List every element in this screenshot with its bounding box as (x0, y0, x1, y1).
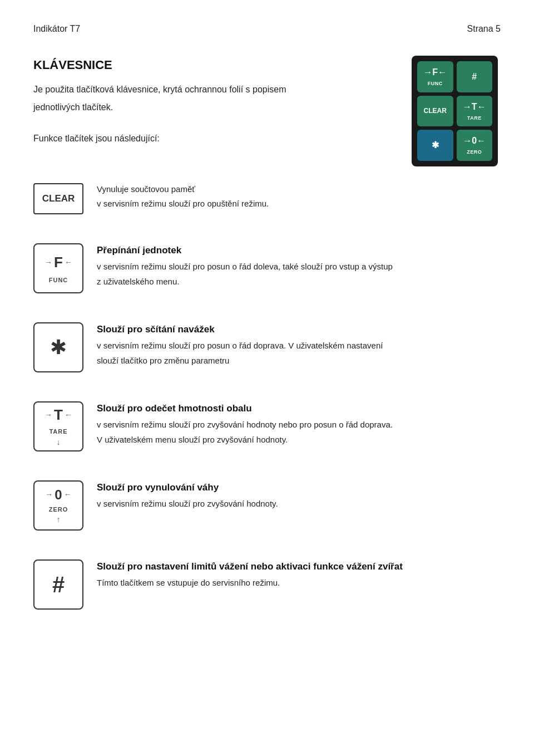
zero-number: 0 (55, 485, 62, 505)
page-header: Indikátor T7 Strana 5 (33, 22, 501, 36)
tare-letter: T (54, 404, 63, 426)
zero-arrow-bottom: ↑ (57, 514, 61, 526)
kb-hash-btn: # (457, 61, 493, 92)
func-arrow-left: → (44, 257, 52, 268)
kb-clear-symbol: CLEAR (424, 106, 447, 116)
tare-key-content: Slouží pro odečet hmotnosti obalu v serv… (97, 401, 501, 449)
hash-key-section: # Slouží pro nastavení limitů vážení neb… (33, 548, 501, 610)
star-symbol: ✱ (50, 332, 67, 362)
clear-desc2: v servisním režimu slouží pro opuštění r… (97, 198, 501, 210)
sub-intro: Funkce tlačítek jsou následující: (33, 132, 389, 145)
clear-key-icon: CLEAR (33, 183, 83, 214)
clear-key-content: Vynuluje součtovou paměť v servisním rež… (97, 183, 501, 213)
kb-star-symbol: ✱ (432, 139, 439, 152)
clear-key-label: CLEAR (42, 192, 75, 206)
section-title: KLÁVESNICE (33, 56, 389, 74)
intro-text-1: Je použita tlačítková klávesnice, krytá … (33, 83, 389, 96)
hash-symbol: # (52, 568, 65, 601)
zero-key-section: → 0 ← ZERO ↑ Slouží pro vynulování váhy … (33, 469, 501, 531)
kb-star-btn: ✱ (417, 130, 453, 161)
kb-func-label: FUNC (428, 80, 443, 88)
clear-key-section: CLEAR Vynuluje součtovou paměť v servisn… (33, 172, 501, 214)
func-letter: F (54, 252, 63, 273)
kb-func-symbol: →F← (423, 66, 447, 79)
tare-symbol-row: → T ← (44, 404, 72, 426)
kb-tare-label: TARE (467, 115, 482, 122)
zero-arrow-left: → (45, 489, 53, 500)
func-arrow-right: ← (65, 257, 72, 268)
kb-zero-btn: →0← ZERO (457, 130, 493, 161)
zero-key-content: Slouží pro vynulování váhy v servisním r… (97, 480, 501, 513)
func-desc1: v servisním režimu slouží pro posun o řá… (97, 261, 501, 273)
tare-heading: Slouží pro odečet hmotnosti obalu (97, 401, 501, 416)
star-desc2: slouží tlačítko pro změnu parametru (97, 355, 501, 367)
func-key-content: Přepínání jednotek v servisním režimu sl… (97, 243, 501, 291)
hash-key-content: Slouží pro nastavení limitů vážení nebo … (97, 559, 501, 592)
keyboard-image: →F← FUNC # CLEAR →T← TARE ✱ (412, 56, 501, 166)
hash-desc1: Tímto tlačítkem se vstupuje do servisníh… (97, 577, 501, 590)
tare-arrow-left: → (44, 409, 52, 421)
star-heading: Slouží pro sčítání navážek (97, 322, 501, 337)
keyboard-panel: →F← FUNC # CLEAR →T← TARE ✱ (412, 56, 498, 166)
page-number: Strana 5 (467, 22, 501, 36)
zero-label: ZERO (49, 505, 68, 514)
hash-heading: Slouží pro nastavení limitů vážení nebo … (97, 559, 501, 574)
func-label: FUNC (49, 276, 68, 285)
func-key-icon: → F ← FUNC (33, 243, 83, 293)
star-key-section: ✱ Slouží pro sčítání navážek v servisním… (33, 311, 501, 372)
kb-func-btn: →F← FUNC (417, 61, 453, 92)
star-desc1: v servisním režimu slouží pro posun o řá… (97, 340, 501, 352)
tare-label: TARE (49, 427, 67, 436)
zero-symbol-row: → 0 ← (45, 485, 71, 505)
tare-desc1: v servisním režimu slouží pro zvyšování … (97, 419, 501, 431)
kb-hash-symbol: # (472, 70, 477, 84)
zero-heading: Slouží pro vynulování váhy (97, 480, 501, 495)
tare-key-section: → T ← TARE ↓ Slouží pro odečet hmotnosti… (33, 390, 501, 451)
hash-key-icon: # (33, 559, 83, 610)
func-symbol-row: → F ← (44, 252, 72, 273)
func-key-section: → F ← FUNC Přepínání jednotek v servisní… (33, 232, 501, 293)
func-heading: Přepínání jednotek (97, 243, 501, 258)
zero-arrow-right: ← (64, 489, 72, 500)
kb-clear-btn: CLEAR (417, 96, 453, 127)
app-title: Indikátor T7 (33, 22, 80, 36)
tare-arrow-right: ← (65, 409, 72, 421)
intro-text-2: jednotlivých tlačítek. (33, 101, 389, 114)
zero-desc1: v servisním režimu slouží pro zvyšování … (97, 498, 501, 510)
kb-zero-label: ZERO (467, 149, 482, 156)
kb-zero-symbol: →0← (463, 134, 486, 148)
tare-desc2: V uživatelském menu slouží pro zvyšování… (97, 434, 501, 446)
tare-arrow-bottom: ↓ (57, 436, 61, 448)
kb-tare-btn: →T← TARE (457, 96, 493, 127)
tare-key-icon: → T ← TARE ↓ (33, 401, 83, 451)
kb-tare-symbol: →T← (463, 100, 486, 114)
star-key-icon: ✱ (33, 322, 83, 372)
intro-block: KLÁVESNICE Je použita tlačítková klávesn… (33, 56, 389, 150)
intro-area: KLÁVESNICE Je použita tlačítková klávesn… (33, 56, 501, 166)
clear-desc1: Vynuluje součtovou paměť (97, 183, 501, 196)
func-desc2: z uživatelského menu. (97, 276, 501, 288)
page: Indikátor T7 Strana 5 KLÁVESNICE Je použ… (0, 0, 534, 756)
zero-key-icon: → 0 ← ZERO ↑ (33, 480, 83, 531)
star-key-content: Slouží pro sčítání navážek v servisním r… (97, 322, 501, 370)
